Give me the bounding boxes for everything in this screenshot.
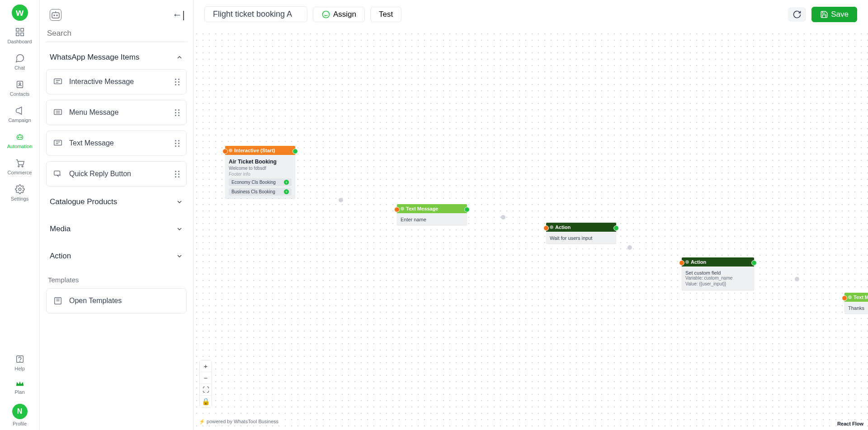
section-action[interactable]: Action bbox=[40, 241, 193, 268]
editor: Assign Test Save Interactive (Start) Air… bbox=[193, 0, 868, 430]
flow-edges bbox=[193, 31, 329, 98]
app-logo: w bbox=[12, 5, 28, 21]
template-icon bbox=[53, 296, 63, 306]
chat-icon bbox=[15, 53, 25, 63]
edge-waypoint bbox=[795, 277, 799, 281]
port-in[interactable] bbox=[543, 225, 549, 231]
zoom-out-button[interactable]: − bbox=[200, 372, 212, 384]
search-input[interactable] bbox=[45, 25, 188, 42]
text-icon bbox=[53, 138, 63, 148]
nav-item-commerce[interactable]: Commerce bbox=[0, 153, 39, 179]
node-interactive-start[interactable]: Interactive (Start) Air Ticket Booking W… bbox=[225, 146, 295, 198]
nav-item-campaign[interactable]: Campaign bbox=[0, 100, 39, 126]
nav-rail: w Dashboard Chat Contacts Campaign Autom… bbox=[0, 0, 40, 430]
port-out[interactable] bbox=[292, 149, 298, 154]
port-in[interactable] bbox=[842, 295, 847, 301]
node-text-1[interactable]: Text Message Enter name bbox=[397, 204, 467, 225]
port-in[interactable] bbox=[222, 149, 228, 154]
bot-icon bbox=[50, 9, 61, 21]
refresh-button[interactable] bbox=[788, 7, 806, 22]
svg-rect-3 bbox=[20, 33, 23, 36]
save-icon bbox=[820, 10, 828, 19]
svg-rect-2 bbox=[16, 33, 19, 36]
avatar: N bbox=[12, 404, 28, 419]
svg-point-16 bbox=[57, 15, 57, 16]
svg-point-11 bbox=[19, 188, 21, 191]
nav-item-help[interactable]: Help bbox=[0, 349, 39, 375]
port-out[interactable] bbox=[464, 207, 470, 212]
zoom-controls: + − ⛶ 🔒 bbox=[200, 360, 212, 407]
svg-point-15 bbox=[54, 15, 55, 16]
refresh-icon bbox=[793, 10, 802, 19]
section-whatsapp-items[interactable]: WhatsApp Message Items bbox=[40, 42, 193, 69]
nav-label: Dashboard bbox=[8, 39, 32, 44]
open-templates-button[interactable]: Open Templates bbox=[46, 288, 187, 313]
node-action-wait[interactable]: Action Wait for users input bbox=[546, 223, 616, 243]
port-in[interactable] bbox=[394, 207, 400, 212]
svg-point-7 bbox=[18, 137, 19, 138]
topbar: Assign Test Save bbox=[193, 0, 868, 28]
option-economy[interactable]: Economy Cls Booking+ bbox=[229, 178, 292, 186]
assign-button[interactable]: Assign bbox=[313, 7, 365, 22]
drag-grip-icon[interactable] bbox=[175, 171, 180, 178]
nav-label: Campaign bbox=[8, 117, 31, 123]
save-button[interactable]: Save bbox=[811, 7, 857, 22]
drag-grip-icon[interactable] bbox=[175, 109, 180, 116]
node-action-setfield[interactable]: Action Set custom field Variable: custom… bbox=[682, 257, 754, 290]
drag-grip-icon[interactable] bbox=[175, 79, 180, 85]
nav-label: Contacts bbox=[10, 91, 29, 97]
nav-label: Help bbox=[14, 366, 25, 371]
edge-waypoint bbox=[501, 215, 505, 220]
nav-item-profile[interactable]: N Profile bbox=[0, 398, 39, 430]
svg-rect-20 bbox=[54, 171, 60, 175]
nav-item-contacts[interactable]: Contacts bbox=[0, 74, 39, 100]
flow-canvas[interactable]: Interactive (Start) Air Ticket Booking W… bbox=[193, 31, 868, 430]
component-palette: ←| WhatsApp Message Items Interactive Me… bbox=[40, 0, 193, 430]
chevron-down-icon bbox=[176, 198, 183, 206]
drag-grip-icon[interactable] bbox=[175, 140, 180, 147]
node-text-2[interactable]: Text Message Thanks bbox=[844, 293, 868, 313]
option-business[interactable]: Business Cls Booking+ bbox=[229, 188, 292, 196]
chevron-down-icon bbox=[176, 252, 183, 260]
reply-icon bbox=[53, 169, 63, 179]
megaphone-icon bbox=[15, 106, 25, 116]
powered-by: ⚡ powered by WhatsTool Business bbox=[196, 418, 281, 425]
list-icon bbox=[53, 108, 63, 117]
flow-title-input[interactable] bbox=[204, 6, 307, 22]
component-quick-reply[interactable]: Quick Reply Button bbox=[46, 161, 187, 187]
nav-item-dashboard[interactable]: Dashboard bbox=[0, 22, 39, 48]
component-interactive-message[interactable]: Interactive Message bbox=[46, 69, 187, 94]
test-button[interactable]: Test bbox=[370, 7, 401, 22]
edge-waypoint bbox=[339, 198, 343, 202]
port-out[interactable] bbox=[613, 225, 619, 231]
nav-item-plan[interactable]: Plan bbox=[0, 375, 39, 398]
svg-rect-14 bbox=[52, 13, 59, 18]
zoom-in-button[interactable]: + bbox=[200, 360, 212, 372]
edge-waypoint bbox=[627, 245, 632, 250]
chevron-down-icon bbox=[176, 225, 183, 233]
section-media[interactable]: Media bbox=[40, 214, 193, 241]
component-text-message[interactable]: Text Message bbox=[46, 131, 187, 156]
svg-rect-18 bbox=[54, 110, 62, 115]
component-menu-message[interactable]: Menu Message bbox=[46, 100, 187, 125]
help-icon bbox=[15, 354, 25, 364]
cart-icon bbox=[15, 158, 25, 168]
fit-view-button[interactable]: ⛶ bbox=[200, 384, 212, 396]
nav-label: Plan bbox=[14, 389, 24, 395]
gear-icon bbox=[15, 184, 25, 194]
lock-button[interactable]: 🔒 bbox=[200, 396, 212, 407]
svg-point-22 bbox=[323, 11, 330, 18]
back-arrow-icon[interactable]: ←| bbox=[172, 9, 185, 21]
svg-rect-19 bbox=[54, 140, 62, 145]
section-catalogue[interactable]: Catalogue Products bbox=[40, 187, 193, 214]
nav-item-automation[interactable]: Automation bbox=[0, 126, 39, 153]
nav-label: Chat bbox=[14, 65, 25, 70]
nav-item-settings[interactable]: Settings bbox=[0, 179, 39, 205]
nav-label: Commerce bbox=[8, 170, 32, 175]
port-in[interactable] bbox=[679, 260, 684, 266]
nav-item-chat[interactable]: Chat bbox=[0, 48, 39, 74]
port-out[interactable] bbox=[751, 260, 757, 266]
crown-icon bbox=[15, 380, 24, 388]
svg-point-9 bbox=[18, 166, 19, 167]
message-icon bbox=[53, 77, 63, 87]
